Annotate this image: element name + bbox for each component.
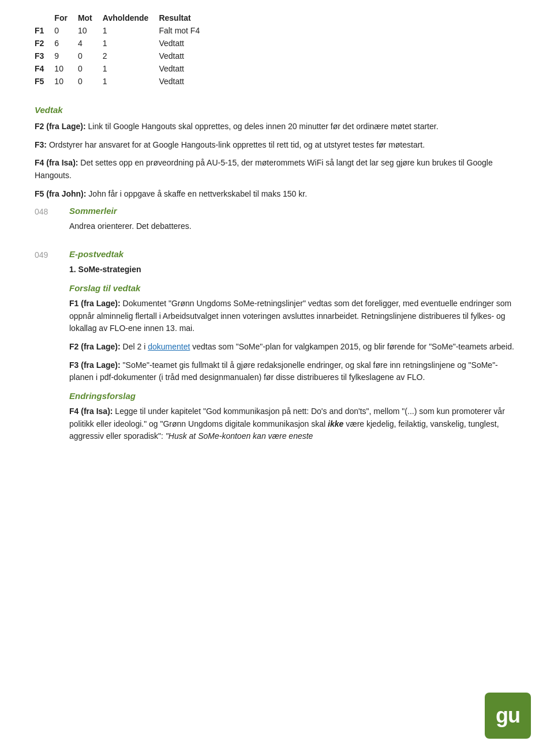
section-049-row: 049 E-postvedtak 1. SoMe-strategien Fors… [35, 249, 519, 449]
col-header-for: For [54, 12, 78, 24]
row-avholdende: 2 [103, 50, 159, 62]
row-resultat: Falt mot F4 [159, 24, 210, 37]
table-section: For Mot Avholdende Resultat F1 0 10 1 Fa… [35, 12, 519, 88]
row-id: F1 [35, 24, 54, 37]
row-resultat: Vedtatt [159, 37, 210, 50]
section-048-body: Andrea orienterer. Det debatteres. [69, 220, 519, 233]
vedtak-heading: Vedtak [35, 105, 519, 115]
row-id: F2 [35, 37, 54, 50]
row-mot: 0 [78, 75, 103, 88]
page: For Mot Avholdende Resultat F1 0 10 1 Fa… [0, 0, 554, 756]
row-mot: 10 [78, 24, 103, 37]
col-header-mot: Mot [78, 12, 103, 24]
endringsforslag-heading: Endringsforslag [69, 391, 519, 401]
row-mot: 0 [78, 50, 103, 62]
row-for: 10 [54, 62, 78, 75]
voting-table: For Mot Avholdende Resultat F1 0 10 1 Fa… [35, 12, 210, 88]
section-049-content: E-postvedtak 1. SoMe-strategien Forslag … [69, 249, 519, 449]
vedtak-item: F2 (fra Lage): Link til Google Hangouts … [35, 121, 519, 133]
row-for: 0 [54, 24, 78, 37]
col-header-resultat: Resultat [159, 12, 210, 24]
section-048-title: Sommerleir [69, 206, 519, 216]
table-row: F4 10 0 1 Vedtatt [35, 62, 210, 75]
row-id: F3 [35, 50, 54, 62]
proposal-item: F2 (fra Lage): Del 2 i dokumentet vedtas… [69, 341, 519, 353]
section-048-content: Sommerleir Andrea orienterer. Det debatt… [69, 206, 519, 239]
table-row: F3 9 0 2 Vedtatt [35, 50, 210, 62]
table-row: F1 0 10 1 Falt mot F4 [35, 24, 210, 37]
row-for: 10 [54, 75, 78, 88]
row-avholdende: 1 [103, 62, 159, 75]
vedtak-items: F2 (fra Lage): Link til Google Hangouts … [35, 121, 519, 200]
section-049-number: 049 [35, 249, 69, 259]
row-avholdende: 1 [103, 37, 159, 50]
row-id: F4 [35, 62, 54, 75]
endringsforslag-item: F4 (fra Isa): Legge til under kapitelet … [69, 405, 519, 443]
col-header-avholdende: Avholdende [103, 12, 159, 24]
row-for: 9 [54, 50, 78, 62]
main-content: For Mot Avholdende Resultat F1 0 10 1 Fa… [35, 12, 519, 449]
proposal-item: F3 (fra Lage): "SoMe"-teamet gis fullmak… [69, 359, 519, 384]
section-048-number: 048 [35, 206, 69, 216]
row-mot: 4 [78, 37, 103, 50]
proposal-item: F1 (fra Lage): Dokumentet "Grønn Ungdoms… [69, 298, 519, 335]
table-row: F2 6 4 1 Vedtatt [35, 37, 210, 50]
vedtak-item: F4 (fra Isa): Det settes opp en prøveord… [35, 157, 519, 182]
section-049-title: E-postvedtak [69, 249, 519, 259]
dokumentet-link[interactable]: dokumentet [148, 342, 190, 351]
endringsforslag-list: F4 (fra Isa): Legge til under kapitelet … [69, 405, 519, 443]
row-resultat: Vedtatt [159, 62, 210, 75]
row-resultat: Vedtatt [159, 75, 210, 88]
row-avholdende: 1 [103, 24, 159, 37]
section-048-row: 048 Sommerleir Andrea orienterer. Det de… [35, 206, 519, 239]
logo-corner: gu [485, 693, 531, 739]
vedtak-item: F3: Ordstyrer har ansvaret for at Google… [35, 139, 519, 152]
proposals-list: F1 (fra Lage): Dokumentet "Grønn Ungdoms… [69, 298, 519, 384]
row-for: 6 [54, 37, 78, 50]
row-mot: 0 [78, 62, 103, 75]
vedtak-item: F5 (fra John): John får i oppgave å skaf… [35, 188, 519, 201]
row-resultat: Vedtatt [159, 50, 210, 62]
section-049-subsection-title: 1. SoMe-strategien [69, 264, 519, 276]
row-avholdende: 1 [103, 75, 159, 88]
logo-gu: gu [485, 693, 531, 739]
row-id: F5 [35, 75, 54, 88]
table-row: F5 10 0 1 Vedtatt [35, 75, 210, 88]
col-header-id [35, 12, 54, 24]
forslag-heading: Forslag til vedtak [69, 283, 519, 293]
